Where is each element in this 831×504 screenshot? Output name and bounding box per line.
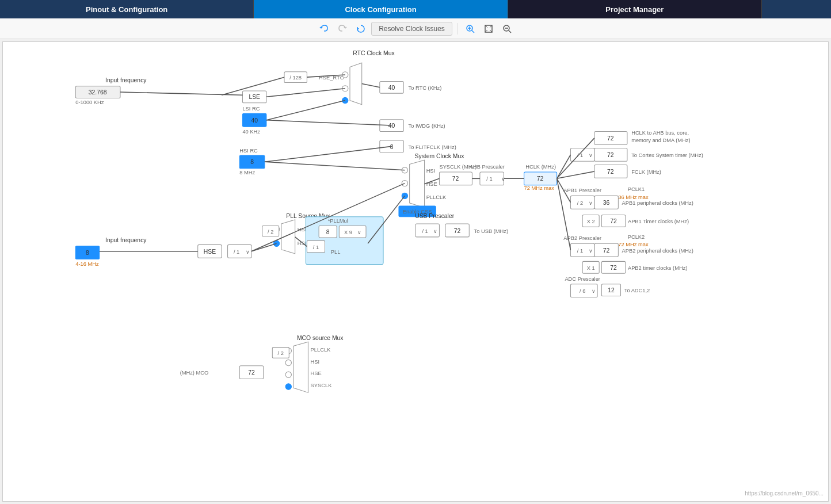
pll-mul-label: *PLLMul <box>328 218 348 224</box>
pll-x9-val: X 9 <box>344 230 352 235</box>
sys-mux-shape <box>410 160 425 208</box>
input-freq-bottom-label: Input frequency <box>105 237 147 243</box>
mco-sysclk-label: SYSCLK <box>311 383 333 388</box>
input-freq-top-val: 32.768 <box>89 89 107 96</box>
adc-val: 12 <box>608 287 615 293</box>
cortex-timer-label: To Cortex System timer (MHz) <box>631 152 703 158</box>
ahb-div-chevron: ∨ <box>501 176 505 182</box>
cortex-div-chevron: ∨ <box>589 152 593 158</box>
apb1-timer-label: APB1 Timer clocks (MHz) <box>628 219 689 224</box>
to-iwdg-label: To IWDG (KHz) <box>409 123 445 129</box>
to-usb-label: To USB (MHz) <box>474 228 509 234</box>
hclk-label: HCLK (MHz) <box>525 164 556 170</box>
mco-radio-hse[interactable] <box>285 372 291 377</box>
wire-hse-pllsrc <box>251 243 277 251</box>
toolbar: Resolve Clock Issues <box>0 18 831 39</box>
hclk-bus-val: 72 <box>607 135 614 142</box>
zoom-out-button[interactable] <box>499 21 515 37</box>
lsi-rc-label: LSI RC <box>242 106 260 112</box>
to-rtc-val: 40 <box>388 85 395 91</box>
apb2-div-val: / 1 <box>577 248 583 254</box>
zoom-fit-button[interactable] <box>481 21 497 37</box>
sys-hsi-label: HSI <box>426 168 436 174</box>
input-freq-bottom-val: 8 <box>86 250 89 256</box>
header: Pinout & Configuration Clock Configurati… <box>0 0 831 18</box>
apb2-timer-label: APB2 timer clocks (MHz) <box>628 265 687 271</box>
pll-box-label: PLL <box>331 249 341 255</box>
hsi-rc-label: HSI RC <box>239 148 258 154</box>
apb1-periph-label: APB1 peripheral clocks (MHz) <box>622 200 693 206</box>
apb2-prescaler-label: APB2 Prescaler <box>563 235 601 241</box>
input-freq-top-label: Input frequency <box>105 77 147 83</box>
wire-lsi-mux <box>266 101 345 120</box>
clock-canvas[interactable]: RTC Clock Mux Input frequency 32.768 0-1… <box>2 41 829 502</box>
lse-label: LSE <box>249 94 260 100</box>
apb1-periph-val: 36 <box>603 200 610 206</box>
hclk-max: 72 MHz max <box>524 185 555 191</box>
to-rtc-label: To RTC (KHz) <box>409 85 442 91</box>
mco-mux-shape <box>293 342 308 392</box>
hclk-bus-label: HCLK to AHB bus, core, <box>631 130 689 136</box>
hsi-div2-val: / 2 <box>268 229 273 235</box>
sysclk-val: 72 <box>452 175 459 182</box>
mco-radio-hsi[interactable] <box>285 360 291 365</box>
to-iwdg-val: 40 <box>388 123 395 129</box>
usb-div-chevron: ∨ <box>433 228 437 234</box>
svg-line-1 <box>472 30 474 33</box>
usb-prescaler-label: USB Prescaler <box>415 213 454 219</box>
fclk-val: 72 <box>607 169 614 175</box>
sys-pllclk-label: PLLCLK <box>426 194 447 200</box>
to-flit-label: To FLITFCLK (MHz) <box>409 144 456 150</box>
mco-pllclk-label: PLLCLK <box>311 347 331 353</box>
hse-div1-val: / 1 <box>234 249 239 255</box>
watermark: https://blog.csdn.net/m_0650... <box>745 490 824 497</box>
mco-hsi-label: HSI <box>311 359 320 365</box>
apb1-timer-val: 72 <box>610 218 617 224</box>
hse-div128-label: / 128 <box>289 75 302 81</box>
wire-lse-mux <box>266 89 345 97</box>
apb2-div-chevron: ∨ <box>589 248 593 254</box>
undo-button[interactable] <box>316 21 332 37</box>
adc-div-val: / 6 <box>580 288 585 294</box>
mco-val: 72 <box>248 369 255 376</box>
apb1-div-chevron: ∨ <box>589 200 593 206</box>
tab-clock[interactable]: Clock Configuration <box>254 0 507 18</box>
mco-hse-label: HSE <box>311 371 322 376</box>
cortex-val: 72 <box>607 152 614 158</box>
lsi-rc-hz: 40 KHz <box>242 129 260 135</box>
sys-radio-hse[interactable] <box>402 180 407 186</box>
adc-div-chevron: ∨ <box>592 288 596 294</box>
lsi-rc-val: 40 <box>251 117 258 124</box>
rtc-mux-shape <box>350 63 362 105</box>
apb1-prescaler-label: APB1 Prescaler <box>563 188 601 193</box>
zoom-in-button[interactable] <box>462 21 478 37</box>
adc-dest-label: To ADC1,2 <box>624 288 650 293</box>
hsi-rc-val: 8 <box>250 159 254 165</box>
apb1-div-val: / 2 <box>577 200 583 206</box>
pclk1-label: PCLK1 <box>628 186 645 192</box>
ahb-div-val: / 1 <box>486 176 492 182</box>
pll-x9-chevron: ∨ <box>357 230 361 235</box>
input-freq-top-range: 0-1000 KHz <box>75 100 104 105</box>
tab-pinout[interactable]: Pinout & Configuration <box>0 0 253 18</box>
input-freq-bottom-range: 4-16 MHz <box>75 261 99 267</box>
hse-label: HSE <box>204 249 216 255</box>
mco-label: (MHz) MCO <box>180 370 209 376</box>
wire-hsi-sysmux <box>265 162 405 170</box>
resolve-clock-button[interactable]: Resolve Clock Issues <box>371 22 452 36</box>
apb1-x2-val: X 2 <box>587 219 595 224</box>
usb-div-val: / 1 <box>422 228 428 234</box>
rtc-radio-lsi[interactable] <box>342 97 348 103</box>
wire-lsi-iwdg <box>266 120 392 125</box>
mco-radio-sysclk[interactable] <box>285 384 291 390</box>
wire-mux-rtc <box>362 84 380 87</box>
redo-button[interactable] <box>334 21 350 37</box>
hsi-rc-hz: 8 MHz <box>239 170 255 175</box>
pll-x9-box[interactable] <box>339 226 366 238</box>
mco-div2-val: / 2 <box>278 350 284 356</box>
refresh-button[interactable] <box>353 21 369 37</box>
fclk-label: FCLK (MHz) <box>631 169 661 175</box>
apb2-timer-val: 72 <box>610 265 617 271</box>
adc-prescaler-label: ADC Prescaler <box>565 276 600 282</box>
tab-project[interactable]: Project Manager <box>508 0 761 18</box>
